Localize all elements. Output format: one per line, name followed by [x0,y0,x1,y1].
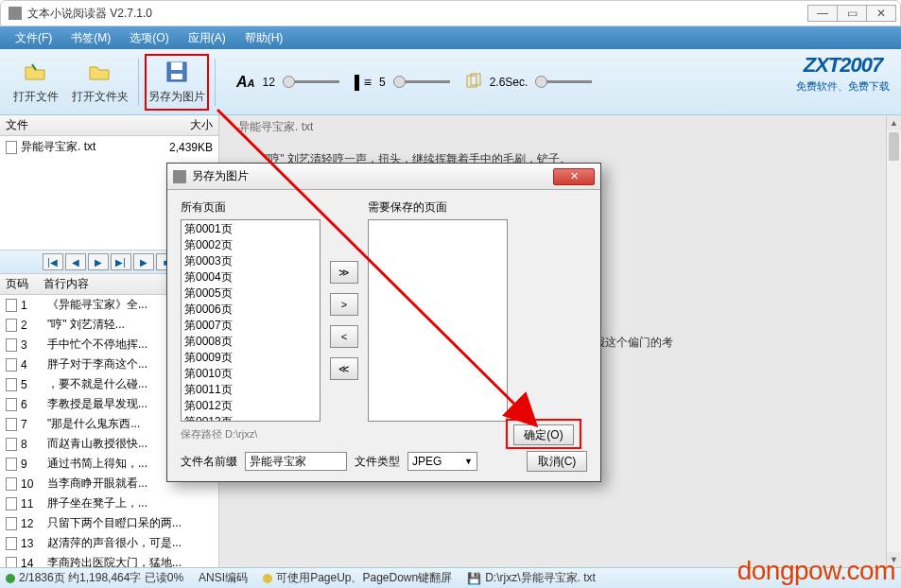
list-item[interactable]: 第0011页 [182,382,319,398]
brand-logo: ZXT2007 免费软件、免费下载 [796,53,890,94]
folder-icon [87,59,113,85]
menu-app[interactable]: 应用(A) [179,27,235,49]
file-row[interactable]: 异能寻宝家. txt 2,439KB [0,136,218,158]
file-type-label: 文件类型 [355,454,400,470]
nav-prev-button[interactable]: ◀ [65,253,86,270]
file-list-header: 文件 大小 [0,115,218,136]
save-as-image-button[interactable]: 另存为图片 [145,54,209,111]
document-tab[interactable]: 异能寻宝家. txt [219,115,901,139]
maximize-button[interactable]: ▭ [837,5,867,22]
menu-option[interactable]: 选项(O) [120,27,178,49]
content-column-label: 首行内容 [43,276,89,292]
move-all-left-button[interactable]: ≪ [330,357,358,380]
cancel-button[interactable]: 取消(C) [527,451,587,472]
save-icon [164,59,190,85]
font-size-icon: AA [236,74,255,91]
list-item[interactable]: 第0007页 [182,318,319,334]
page-icon [6,477,17,491]
open-file-button[interactable]: 打开文件 [4,54,68,111]
window-controls: — ▭ ✕ [808,5,896,22]
page-icon [6,557,17,568]
scroll-up-arrow[interactable]: ▲ [887,115,901,130]
page-icon [6,418,17,431]
open-folder-button[interactable]: 打开文件夹 [68,54,132,111]
list-item[interactable]: 第0006页 [182,302,319,318]
move-left-button[interactable]: < [330,325,358,348]
dialog-titlebar[interactable]: 另存为图片 ✕ [167,164,600,190]
vertical-scrollbar[interactable]: ▲ ▼ [886,115,901,567]
menu-file[interactable]: 文件(F) [6,27,61,49]
page-icon [6,378,17,391]
list-item[interactable]: 第0013页 [182,414,319,422]
page-column-label: 页码 [6,276,43,292]
list-item[interactable]: 第0010页 [182,366,319,382]
page-number: 8 [21,438,47,451]
page-number: 11 [21,497,47,510]
page-first-line: 只留下两个目瞪口呆的两... [47,515,213,531]
selected-pages-listbox[interactable] [368,219,508,422]
close-button[interactable]: ✕ [866,5,896,22]
speed-control[interactable]: 2.6Sec. [465,72,593,92]
page-row[interactable]: 11胖子坐在凳子上，... [0,493,218,513]
speed-slider[interactable] [535,80,592,83]
list-item[interactable]: 第0002页 [182,237,319,253]
nav-first-button[interactable]: |◀ [43,253,63,270]
menu-bar: 文件(F) 书签(M) 选项(O) 应用(A) 帮助(H) [0,26,901,49]
page-row[interactable]: 14李商跨出医院大门，猛地... [0,553,218,567]
transfer-buttons: ≫ > < ≪ [330,261,358,380]
page-number: 1 [21,299,47,312]
logo-tagline: 免费软件、免费下载 [796,79,890,94]
line-spacing-slider[interactable] [393,80,450,83]
status-encoding: ANSI编码 [199,570,248,586]
speed-icon [465,72,482,92]
watermark-text: dongpow.com [737,556,895,586]
status-dot-green-icon [6,574,15,583]
page-number: 3 [21,338,47,352]
move-right-button[interactable]: > [330,293,358,316]
page-number: 12 [21,517,47,530]
window-titlebar: 文本小说阅读器 V2.7.1.0 — ▭ ✕ [0,0,901,26]
move-all-right-button[interactable]: ≫ [330,261,358,284]
page-icon [6,319,17,332]
list-item[interactable]: 第0005页 [182,285,319,302]
list-item[interactable]: 第0012页 [182,398,319,414]
nav-next-button[interactable]: ▶ [88,253,109,270]
filename-prefix-input[interactable] [245,452,347,471]
list-item[interactable]: 第0009页 [182,350,319,366]
open-folder-label: 打开文件夹 [72,89,129,105]
nav-play-button[interactable]: ▶ [133,253,154,270]
list-item[interactable]: 第0001页 [182,221,319,237]
line-spacing-control[interactable]: ▌≡ 5 [355,75,450,90]
save-as-image-dialog: 另存为图片 ✕ 所有页面 需要保存的页面 第0001页第0002页第0003页第… [166,163,601,482]
dialog-close-button[interactable]: ✕ [553,168,595,185]
page-number: 13 [21,537,47,550]
status-dot-yellow-icon [263,574,272,583]
page-first-line: 李商跨出医院大门，猛地... [47,555,213,567]
save-as-image-label: 另存为图片 [148,89,205,105]
menu-bookmark[interactable]: 书签(M) [61,27,120,49]
page-first-line: 赵清萍的声音很小，可是... [47,535,213,551]
svg-rect-2 [171,74,182,79]
list-item[interactable]: 第0008页 [182,334,319,350]
menu-help[interactable]: 帮助(H) [235,27,293,49]
file-name: 异能寻宝家. txt [21,139,95,155]
folder-open-icon [23,59,49,85]
page-row[interactable]: 13赵清萍的声音很小，可是... [0,533,218,553]
font-size-control[interactable]: AA 12 [236,74,339,91]
ok-button[interactable]: 确定(O) [513,424,574,445]
file-type-combobox[interactable]: JPEG ▼ [407,452,477,471]
disk-icon: 💾 [467,572,481,585]
list-item[interactable]: 第0003页 [182,253,319,269]
window-title: 文本小说阅读器 V2.7.1.0 [27,6,808,22]
list-item[interactable]: 第0004页 [182,269,319,285]
all-pages-listbox[interactable]: 第0001页第0002页第0003页第0004页第0005页第0006页第000… [181,219,321,422]
page-number: 2 [21,319,47,332]
page-icon [6,458,17,471]
page-row[interactable]: 12只留下两个目瞪口呆的两... [0,513,218,533]
minimize-button[interactable]: — [807,5,838,22]
font-size-slider[interactable] [283,80,339,83]
page-icon [6,537,17,550]
page-number: 7 [21,418,47,431]
nav-last-button[interactable]: ▶| [111,253,131,270]
scroll-thumb[interactable] [889,132,899,161]
